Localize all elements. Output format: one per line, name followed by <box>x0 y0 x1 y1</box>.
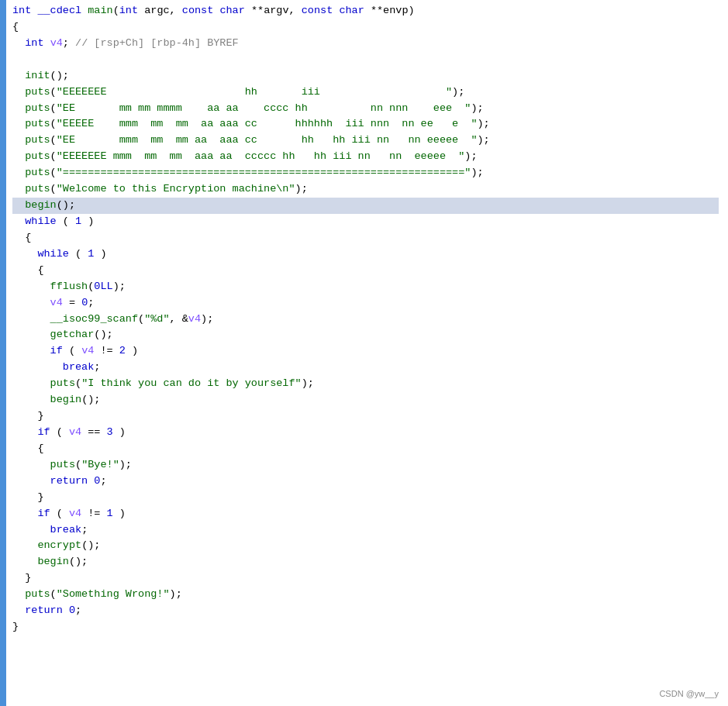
code-line: fflush(0LL); <box>12 279 719 295</box>
code-line: puts("EE mmm mm mm aa aaa cc hh hh iii n… <box>12 133 719 149</box>
code-line <box>12 635 719 652</box>
code-line: if ( v4 != 1 ) <box>12 506 719 522</box>
code-line: encrypt(); <box>12 538 719 554</box>
code-line: puts("EEEEEEE hh iii "); <box>12 84 719 101</box>
code-line: return 0; <box>12 603 719 619</box>
code-line: int __cdecl main(int argc, const char **… <box>12 3 719 19</box>
code-line: break; <box>12 522 719 539</box>
code-line: puts("Bye!"); <box>12 457 719 474</box>
code-line: while ( 1 ) <box>12 214 719 230</box>
code-line: puts("EEEEE mmm mm mm aa aaa cc hhhhhh i… <box>12 116 719 133</box>
code-line: if ( v4 == 3 ) <box>12 425 719 441</box>
code-line: } <box>12 619 719 635</box>
code-line: { <box>12 19 719 36</box>
code-line: begin(); <box>12 198 719 214</box>
code-line: } <box>12 490 719 506</box>
code-line: begin(); <box>12 392 719 408</box>
code-line: int v4; // [rsp+Ch] [rbp-4h] BYREF <box>12 36 719 52</box>
code-line: { <box>12 441 719 457</box>
code-line: puts("==================================… <box>12 165 719 181</box>
code-line: begin(); <box>12 554 719 570</box>
code-line: getchar(); <box>12 327 719 343</box>
code-line <box>12 52 719 68</box>
code-line: init(); <box>12 68 719 84</box>
line-bar <box>0 0 6 706</box>
code-line: } <box>12 570 719 587</box>
code-line: puts("Welcome to this Encryption machine… <box>12 181 719 198</box>
code-container: int __cdecl main(int argc, const char **… <box>0 0 728 706</box>
code-line: while ( 1 ) <box>12 246 719 263</box>
code-line: if ( v4 != 2 ) <box>12 343 719 360</box>
code-line: break; <box>12 360 719 376</box>
code-line: __isoc99_scanf("%d", &v4); <box>12 312 719 328</box>
code-line: puts("I think you can do it by yourself"… <box>12 376 719 392</box>
code-line: puts("EE mm mm mmmm aa aa cccc hh nn nnn… <box>12 101 719 117</box>
code-line: puts("EEEEEEE mmm mm mm aaa aa ccccc hh … <box>12 149 719 165</box>
code-line: } <box>12 408 719 425</box>
code-line: puts("Something Wrong!"); <box>12 587 719 603</box>
code-line: return 0; <box>12 474 719 490</box>
code-line: { <box>12 263 719 279</box>
code-line: v4 = 0; <box>12 295 719 312</box>
footer-text: CSDN @yw__y <box>659 687 719 701</box>
code-content: int __cdecl main(int argc, const char **… <box>6 0 728 706</box>
code-line: { <box>12 230 719 246</box>
